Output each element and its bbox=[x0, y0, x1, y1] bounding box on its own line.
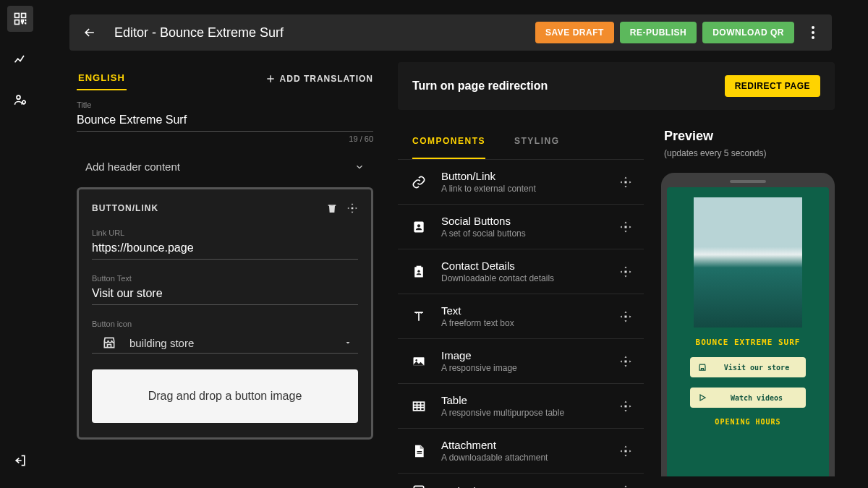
component-title: Button/Link bbox=[441, 170, 536, 182]
svg-rect-2 bbox=[15, 20, 20, 25]
component-subtitle: A set of social buttons bbox=[441, 228, 526, 239]
title-label: Title bbox=[77, 100, 373, 109]
component-title: Text bbox=[441, 304, 514, 317]
image-dropzone[interactable]: Drag and drop a button image bbox=[92, 369, 358, 423]
title-input[interactable] bbox=[77, 111, 373, 132]
code-icon bbox=[409, 484, 428, 488]
preview-button-videos[interactable]: Watch videos bbox=[690, 388, 806, 408]
svg-point-5 bbox=[812, 26, 814, 29]
tab-styling[interactable]: STYLING bbox=[514, 124, 560, 159]
card-heading: BUTTON/LINK bbox=[92, 203, 158, 213]
drag-handle-icon[interactable] bbox=[619, 355, 632, 368]
component-subtitle: Downloadable contact details bbox=[441, 273, 554, 283]
drag-handle-icon[interactable] bbox=[346, 202, 358, 214]
play-icon bbox=[697, 393, 707, 402]
button-icon-select[interactable]: building store bbox=[92, 330, 358, 354]
svg-point-7 bbox=[812, 36, 814, 39]
svg-point-10 bbox=[417, 224, 420, 227]
person-icon bbox=[409, 220, 428, 234]
button-text-input[interactable] bbox=[92, 284, 358, 305]
component-subtitle: A freeform text box bbox=[441, 318, 514, 328]
add-translation-button[interactable]: ADD TRANSLATION bbox=[265, 74, 373, 84]
nav-logout-icon[interactable] bbox=[7, 448, 33, 474]
button-text-label: Button Text bbox=[92, 274, 358, 283]
drag-handle-icon[interactable] bbox=[619, 484, 632, 488]
svg-rect-19 bbox=[625, 360, 627, 362]
text-icon bbox=[409, 309, 428, 324]
dropzone-text: Drag and drop a button image bbox=[148, 390, 302, 403]
component-title: Attachment bbox=[441, 439, 548, 451]
republish-button[interactable]: RE-PUBLISH bbox=[620, 22, 697, 43]
more-menu-icon[interactable] bbox=[804, 24, 822, 41]
svg-rect-22 bbox=[417, 451, 422, 452]
tab-components[interactable]: COMPONENTS bbox=[412, 124, 485, 159]
svg-rect-13 bbox=[417, 265, 422, 267]
svg-rect-24 bbox=[625, 450, 627, 452]
button-icon-label: Button icon bbox=[92, 320, 358, 328]
svg-rect-21 bbox=[625, 405, 627, 407]
component-item-table[interactable]: TableA responsive multipurpose table bbox=[398, 384, 644, 429]
component-title: Image bbox=[441, 349, 517, 361]
chevron-down-icon bbox=[344, 338, 352, 347]
header-content-label: Add header content bbox=[85, 160, 180, 173]
preview-hero-image bbox=[694, 197, 802, 328]
component-item-text[interactable]: TextA freeform text box bbox=[398, 294, 644, 339]
svg-point-14 bbox=[417, 270, 420, 272]
svg-point-4 bbox=[22, 100, 25, 103]
link-url-input[interactable] bbox=[92, 239, 358, 260]
redirect-page-button[interactable]: REDIRECT PAGE bbox=[725, 75, 820, 97]
table-icon bbox=[409, 399, 428, 414]
back-button[interactable] bbox=[80, 22, 100, 43]
drag-handle-icon[interactable] bbox=[619, 176, 632, 189]
drag-handle-icon[interactable] bbox=[619, 310, 632, 323]
image-icon bbox=[409, 354, 428, 369]
preview-button-store[interactable]: Visit our store bbox=[690, 357, 806, 377]
add-translation-label: ADD TRANSLATION bbox=[280, 74, 373, 84]
component-title: Embed HTML bbox=[441, 485, 509, 489]
link-icon bbox=[409, 175, 428, 189]
redirect-bar: Turn on page redirection REDIRECT PAGE bbox=[398, 62, 835, 110]
download-qr-button[interactable]: DOWNLOAD QR bbox=[702, 22, 794, 43]
component-subtitle: A downloadable attachment bbox=[441, 453, 548, 463]
phone-screen: BOUNCE EXTREME SURF Visit our store bbox=[667, 187, 829, 476]
contact-icon bbox=[409, 265, 428, 279]
preview-button-videos-label: Watch videos bbox=[715, 394, 799, 402]
button-icon-value: building store bbox=[129, 337, 194, 349]
redirect-text: Turn on page redirection bbox=[412, 80, 548, 93]
component-item-contact[interactable]: Contact DetailsDownloadable contact deta… bbox=[398, 249, 644, 294]
drag-handle-icon[interactable] bbox=[619, 221, 632, 234]
link-url-label: Link URL bbox=[92, 228, 358, 237]
svg-point-18 bbox=[415, 359, 417, 361]
button-link-card: BUTTON/LINK Link URL bbox=[77, 187, 373, 440]
preview-subtext: (updates every 5 seconds) bbox=[664, 148, 832, 158]
svg-rect-20 bbox=[414, 402, 425, 411]
preview-opening-hours: OPENING HOURS bbox=[715, 418, 780, 426]
file-icon bbox=[409, 444, 428, 458]
delete-icon[interactable] bbox=[326, 202, 338, 214]
save-draft-button[interactable]: SAVE DRAFT bbox=[535, 22, 614, 43]
svg-rect-0 bbox=[15, 14, 20, 18]
component-item-file[interactable]: AttachmentA downloadable attachment bbox=[398, 429, 644, 474]
page-title: Editor - Bounce Extreme Surf bbox=[114, 25, 284, 40]
building-store-icon bbox=[102, 335, 116, 350]
nav-users-icon[interactable] bbox=[7, 87, 33, 113]
component-subtitle: A responsive multipurpose table bbox=[441, 408, 564, 418]
add-header-content-dropdown[interactable]: Add header content bbox=[77, 153, 373, 180]
nav-analytics-icon[interactable] bbox=[7, 46, 33, 72]
component-item-image[interactable]: ImageA responsive image bbox=[398, 339, 644, 384]
title-char-count: 19 / 60 bbox=[77, 134, 373, 143]
component-item-code[interactable]: Embed HTML bbox=[398, 474, 644, 488]
component-item-person[interactable]: Social ButtonsA set of social buttons bbox=[398, 205, 644, 249]
drag-handle-icon[interactable] bbox=[619, 400, 632, 413]
nav-qr-icon[interactable] bbox=[7, 6, 33, 32]
language-tab-english[interactable]: ENGLISH bbox=[77, 67, 127, 90]
component-title: Contact Details bbox=[441, 260, 554, 272]
drag-handle-icon[interactable] bbox=[619, 445, 632, 458]
component-subtitle: A link to external content bbox=[441, 184, 536, 194]
drag-handle-icon[interactable] bbox=[619, 265, 632, 278]
component-subtitle: A responsive image bbox=[441, 363, 517, 373]
component-title: Social Buttons bbox=[441, 215, 526, 227]
phone-frame: BOUNCE EXTREME SURF Visit our store bbox=[661, 173, 835, 476]
preview-button-store-label: Visit our store bbox=[715, 364, 799, 372]
component-item-link[interactable]: Button/LinkA link to external content bbox=[398, 160, 644, 205]
